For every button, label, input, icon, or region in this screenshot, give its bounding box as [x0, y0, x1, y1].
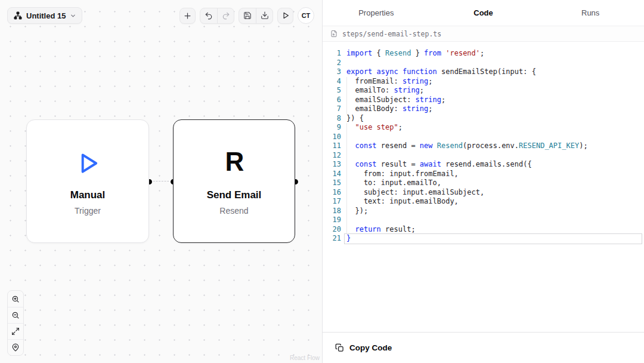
undo-button[interactable] [200, 8, 217, 23]
copy-code-button[interactable]: Copy Code [335, 343, 392, 352]
code-line-13[interactable]: 13 const result = await resend.emails.se… [327, 160, 644, 170]
edge-manual-to-send-email[interactable] [150, 181, 172, 182]
chevron-down-icon [70, 13, 76, 19]
side-panel: Properties Code Runs steps/send-email-st… [322, 0, 644, 363]
line-content: }) { [346, 114, 644, 124]
line-content: to: input.emailTo, [346, 179, 644, 188]
file-code-icon [330, 30, 338, 38]
workflow-node-manual[interactable]: Manual Trigger [26, 119, 149, 243]
line-number: 19 [327, 216, 341, 225]
code-line-15[interactable]: 15 to: input.emailTo, [327, 179, 644, 188]
line-number: 18 [327, 207, 341, 216]
code-lines: 1import { Resend } from 'resend';23expor… [327, 49, 644, 244]
code-line-10[interactable]: 10 [327, 133, 644, 142]
code-line-7[interactable]: 7 emailBody: string; [327, 104, 644, 114]
redo-icon [222, 11, 230, 20]
node-subtitle: Trigger [75, 206, 101, 216]
zoom-out-button[interactable] [8, 307, 23, 323]
line-number: 13 [327, 160, 341, 170]
code-line-5[interactable]: 5 emailTo: string; [327, 86, 644, 96]
panel-footer: Copy Code [323, 333, 644, 363]
copy-code-label: Copy Code [349, 343, 392, 352]
add-node-button[interactable] [179, 8, 196, 24]
redo-button[interactable] [217, 8, 234, 23]
flow-canvas[interactable]: Untitled 15 [0, 0, 322, 363]
run-workflow-button[interactable] [277, 8, 293, 24]
code-line-14[interactable]: 14 from: input.fromEmail, [327, 170, 644, 179]
panel-tabs: Properties Code Runs [323, 0, 644, 26]
line-content: emailTo: string; [346, 86, 644, 96]
code-line-11[interactable]: 11 const resend = new Resend(process.env… [327, 141, 644, 151]
line-content: "use step"; [346, 123, 644, 133]
canvas-toolbar: CT [179, 7, 314, 24]
line-content [346, 151, 644, 161]
file-button-group [239, 8, 273, 24]
code-line-1[interactable]: 1import { Resend } from 'resend'; [327, 49, 644, 59]
fit-view-button[interactable] [8, 323, 23, 339]
zoom-in-button[interactable] [8, 291, 23, 307]
code-line-18[interactable]: 18 }); [327, 207, 644, 216]
line-content: const resend = new Resend(process.env.RE… [346, 141, 644, 151]
line-number: 9 [327, 123, 341, 133]
location-pin-icon [11, 343, 20, 352]
code-line-2[interactable]: 2 [327, 59, 644, 68]
line-content: emailSubject: string; [346, 96, 644, 105]
zoom-out-icon [11, 311, 20, 319]
node-title: Send Email [207, 189, 262, 201]
tab-properties[interactable]: Properties [323, 8, 430, 17]
code-line-4[interactable]: 4 fromEmail: string; [327, 77, 644, 87]
node-title: Manual [70, 189, 106, 201]
code-line-21[interactable]: 21} [327, 234, 644, 244]
code-line-16[interactable]: 16 subject: input.emailSubject, [327, 188, 644, 198]
code-line-8[interactable]: 8}) { [327, 114, 644, 124]
avatar-initials: CT [302, 12, 311, 19]
code-line-20[interactable]: 20 return result; [327, 225, 644, 235]
code-line-6[interactable]: 6 emailSubject: string; [327, 96, 644, 105]
download-button[interactable] [256, 8, 273, 23]
line-content: }); [346, 207, 644, 216]
manual-trigger-play-icon [74, 149, 102, 177]
line-number: 2 [327, 59, 341, 68]
line-number: 7 [327, 104, 341, 114]
history-button-group [200, 8, 234, 24]
line-content: text: input.emailBody, [346, 197, 644, 207]
line-number: 16 [327, 188, 341, 198]
line-number: 1 [327, 49, 341, 59]
line-content [346, 133, 644, 142]
save-icon [243, 11, 252, 20]
line-number: 17 [327, 197, 341, 207]
resend-logo: R [225, 146, 243, 177]
line-content: import { Resend } from 'resend'; [346, 49, 644, 59]
canvas-controls [7, 290, 24, 356]
file-path-label: steps/send-email-step.ts [342, 30, 441, 38]
save-button[interactable] [239, 8, 256, 23]
line-number: 5 [327, 86, 341, 96]
line-content: emailBody: string; [346, 104, 644, 114]
code-line-3[interactable]: 3export async function sendEmailStep(inp… [327, 67, 644, 77]
workflow-node-send-email[interactable]: R Send Email Resend [173, 119, 295, 243]
tab-runs[interactable]: Runs [537, 8, 644, 17]
line-content [346, 59, 644, 68]
code-editor[interactable]: 1import { Resend } from 'resend';23expor… [323, 42, 644, 333]
line-content: return result; [346, 225, 644, 235]
zoom-in-icon [11, 295, 20, 303]
line-number: 11 [327, 141, 341, 151]
app-window: Untitled 15 [0, 0, 644, 363]
code-line-17[interactable]: 17 text: input.emailBody, [327, 197, 644, 207]
line-content: from: input.fromEmail, [346, 170, 644, 179]
line-number: 21 [327, 234, 341, 244]
tab-code[interactable]: Code [430, 8, 537, 17]
react-flow-attribution[interactable]: React Flow [290, 355, 320, 361]
line-content [346, 216, 644, 225]
undo-icon [205, 11, 213, 20]
workflow-name-button[interactable]: Untitled 15 [7, 7, 82, 24]
code-line-19[interactable]: 19 [327, 216, 644, 225]
user-avatar[interactable]: CT [298, 7, 314, 24]
line-content: const result = await resend.emails.send(… [346, 160, 644, 170]
line-number: 20 [327, 225, 341, 235]
plus-icon [183, 11, 192, 20]
locate-button[interactable] [8, 339, 23, 355]
code-line-9[interactable]: 9 "use step"; [327, 123, 644, 133]
code-line-12[interactable]: 12 [327, 151, 644, 161]
fit-view-icon [11, 327, 20, 336]
